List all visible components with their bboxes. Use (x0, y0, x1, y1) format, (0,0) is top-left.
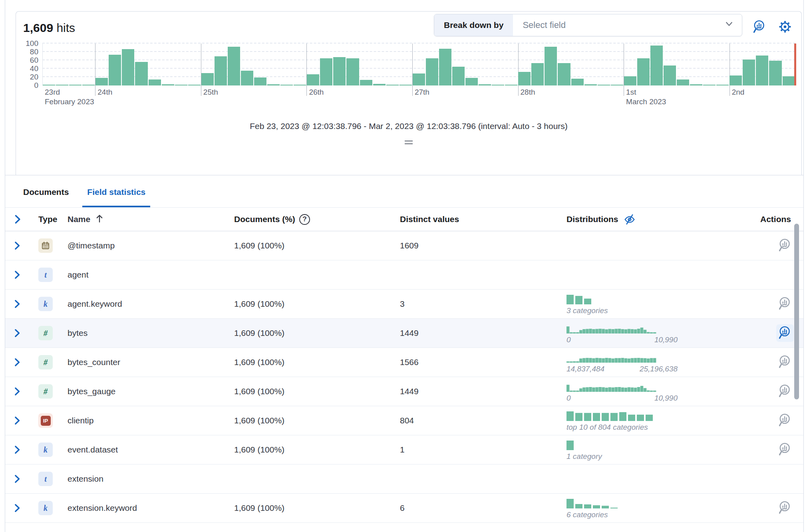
hits-number: 1,609 (23, 21, 53, 34)
actions-cell (760, 499, 803, 517)
help-icon[interactable]: ? (299, 214, 310, 225)
expand-row-button[interactable] (5, 357, 31, 367)
distribution-label: 6 categories (566, 511, 760, 518)
histogram-bar (82, 85, 95, 85)
expand-row-button[interactable] (5, 387, 31, 396)
distinct-values: 1 (400, 445, 566, 455)
lens-icon (777, 500, 793, 516)
table-row-agent.keyword: kagent.keyword1,609 (100%)33 categories (5, 290, 803, 319)
explore-in-lens-button[interactable] (776, 237, 794, 254)
x-axis-tick-label: 23rd (45, 88, 60, 97)
table-row-extension.keyword: kextension.keyword1,609 (100%)66 categor… (5, 494, 803, 523)
y-axis-label: 80 (16, 48, 38, 56)
chart-resize-handle[interactable] (405, 141, 413, 144)
histogram-bar (545, 47, 557, 85)
eye-closed-icon[interactable] (622, 212, 637, 226)
gear-icon (778, 20, 792, 35)
table-row-clientip: IPclientip1,609 (100%)804top 10 of 804 c… (5, 406, 803, 435)
distinct-values: 1449 (400, 387, 566, 396)
x-axis-tick-label: 2nd (732, 88, 745, 97)
distinct-values: 1566 (400, 357, 566, 367)
explore-in-lens-button[interactable] (776, 353, 794, 371)
histogram-bar (769, 61, 781, 85)
distinct-values: 1449 (400, 328, 566, 338)
distribution-min-label: 14,837,484 (566, 365, 604, 373)
document-count-chart[interactable]: 23rdFebruary 202324th25th26th27th28th1st… (16, 44, 801, 112)
time-range-caption: Feb 23, 2023 @ 12:03:38.796 - Mar 2, 202… (16, 121, 801, 131)
distribution-cell: top 10 of 804 categories (566, 411, 760, 431)
table-row-bytes_counter: #bytes_counter1,609 (100%)156614,837,484… (5, 348, 803, 377)
distribution-cell: 010,990 (566, 381, 760, 402)
distribution-max-label: 10,990 (654, 394, 678, 402)
chart-controls: Break down by Select field (434, 14, 793, 36)
chart-plot-area[interactable] (42, 44, 795, 85)
expand-row-button[interactable] (5, 503, 31, 513)
histogram-bar (43, 85, 55, 85)
expand-row-button[interactable] (5, 474, 31, 484)
histogram-bar (280, 85, 293, 85)
distribution-preview: 3 categories (566, 294, 760, 314)
field-type-cell: # (31, 355, 60, 369)
expand-all-button[interactable] (5, 214, 31, 224)
vertical-scrollbar[interactable] (794, 224, 799, 399)
y-axis-label: 0 (16, 81, 38, 90)
lens-icon (777, 354, 793, 371)
table-row-bytes_gauge: #bytes_gauge1,609 (100%)1449010,990 (5, 377, 803, 406)
discover-page: 1,609 hits Break down by Select field (5, 0, 804, 532)
distribution-range-labels: 010,990 (566, 394, 678, 402)
x-axis-tick-label: 27th (415, 88, 429, 97)
expand-row-button[interactable] (5, 416, 31, 425)
explore-in-lens-button[interactable] (776, 324, 794, 342)
distribution-label: 1 category (566, 453, 760, 460)
hits-label: hits (56, 21, 75, 34)
expand-row-button[interactable] (5, 299, 31, 309)
field-name: extension (60, 474, 234, 484)
chart-x-axis: 23rdFebruary 202324th25th26th27th28th1st… (42, 85, 795, 112)
distribution-range-labels: 14,837,48425,196,638 (566, 365, 678, 373)
y-axis-label: 100 (16, 39, 38, 48)
expand-row-button[interactable] (5, 328, 31, 338)
histogram-bar (162, 84, 174, 85)
histogram-panel: 1,609 hits Break down by Select field (16, 11, 802, 175)
explore-in-lens-button[interactable] (776, 441, 794, 459)
actions-cell (760, 441, 803, 459)
column-header-distinct-values: Distinct values (400, 214, 566, 224)
tab-field-statistics[interactable]: Field statistics (82, 187, 150, 207)
documents-percent: 1,609 (100%) (234, 387, 400, 396)
explore-in-lens-button[interactable] (776, 383, 794, 400)
keyword-type-icon: k (38, 501, 53, 515)
expand-row-button[interactable] (5, 241, 31, 250)
tab-documents[interactable]: Documents (18, 187, 74, 207)
histogram-bar (479, 84, 491, 85)
x-axis-tick-label: 26th (309, 88, 324, 97)
histogram-bar (716, 85, 729, 85)
histogram-bar (175, 85, 187, 85)
documents-percent: 1,609 (100%) (234, 503, 400, 513)
distribution-cell: 010,990 (566, 323, 760, 343)
edit-visualization-button[interactable] (751, 19, 768, 36)
time-range-end-marker (794, 44, 796, 85)
distribution-category-bars (566, 411, 654, 421)
field-type-cell: t (31, 268, 60, 282)
expand-row-button[interactable] (5, 270, 31, 280)
histogram-bar (505, 85, 517, 85)
explore-in-lens-button[interactable] (776, 412, 794, 429)
x-axis-month-label: March 2023 (626, 97, 666, 106)
column-header-documents: Documents (%) ? (234, 214, 400, 225)
histogram-panel-header: 1,609 hits Break down by Select field (16, 12, 801, 41)
explore-in-lens-button[interactable] (776, 499, 794, 517)
histogram-bar (294, 85, 306, 85)
x-axis-tick-label: 28th (521, 88, 535, 97)
column-header-name[interactable]: Name (60, 213, 234, 226)
distribution-histogram (566, 381, 656, 392)
breakdown-select[interactable]: Select field (513, 14, 742, 36)
explore-in-lens-button[interactable] (776, 295, 794, 313)
chart-options-button[interactable] (777, 19, 793, 36)
histogram-bar (611, 85, 623, 85)
ip-type-icon: IP (38, 413, 53, 428)
table-header-row: Type Name Documents (%) ? Distinct value… (5, 207, 803, 231)
distribution-cell: 6 categories (566, 498, 760, 518)
field-name: agent.keyword (60, 299, 234, 309)
distribution-min-label: 0 (566, 336, 571, 343)
expand-row-button[interactable] (5, 445, 31, 455)
